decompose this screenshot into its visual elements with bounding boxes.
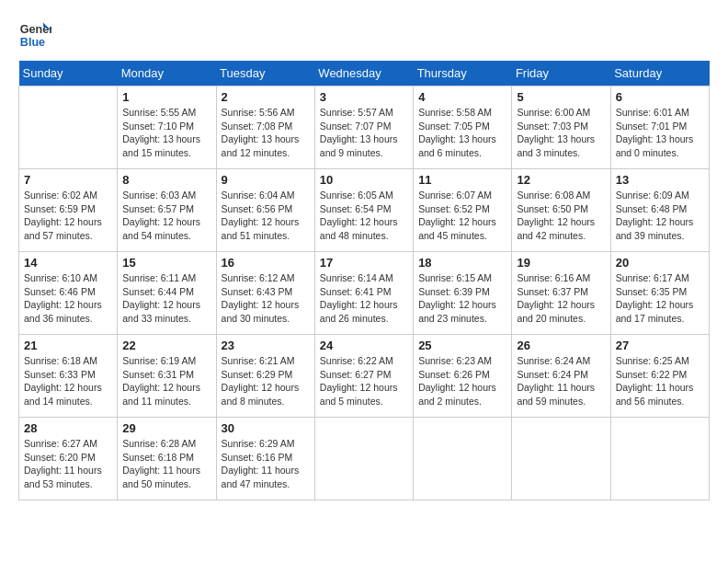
- calendar-cell: 13Sunrise: 6:09 AM Sunset: 6:48 PM Dayli…: [610, 169, 709, 252]
- calendar-cell: 3Sunrise: 5:57 AM Sunset: 7:07 PM Daylig…: [314, 86, 413, 169]
- calendar-table: SundayMondayTuesdayWednesdayThursdayFrid…: [18, 61, 710, 500]
- day-number: 12: [517, 173, 605, 187]
- weekday-header: Tuesday: [216, 61, 314, 86]
- day-info: Sunrise: 6:01 AM Sunset: 7:01 PM Dayligh…: [616, 106, 704, 160]
- weekday-header: Monday: [118, 61, 216, 86]
- day-number: 25: [418, 339, 506, 352]
- day-info: Sunrise: 6:12 AM Sunset: 6:43 PM Dayligh…: [222, 271, 310, 326]
- day-info: Sunrise: 6:11 AM Sunset: 6:44 PM Dayligh…: [122, 271, 210, 326]
- day-info: Sunrise: 5:57 AM Sunset: 7:07 PM Dayligh…: [320, 106, 408, 160]
- day-info: Sunrise: 6:03 AM Sunset: 6:57 PM Dayligh…: [122, 189, 210, 243]
- day-info: Sunrise: 6:28 AM Sunset: 6:18 PM Dayligh…: [122, 437, 210, 491]
- calendar-cell: 23Sunrise: 6:21 AM Sunset: 6:29 PM Dayli…: [216, 335, 314, 418]
- calendar-cell: 15Sunrise: 6:11 AM Sunset: 6:44 PM Dayli…: [118, 252, 216, 335]
- calendar-cell: 17Sunrise: 6:14 AM Sunset: 6:41 PM Dayli…: [314, 252, 413, 335]
- day-number: 20: [616, 256, 704, 270]
- day-number: 7: [24, 173, 112, 187]
- calendar-header: SundayMondayTuesdayWednesdayThursdayFrid…: [19, 61, 710, 86]
- calendar-cell: [610, 418, 709, 500]
- day-number: 29: [122, 421, 210, 435]
- calendar-cell: [314, 418, 413, 500]
- calendar-cell: 6Sunrise: 6:01 AM Sunset: 7:01 PM Daylig…: [610, 86, 709, 169]
- day-info: Sunrise: 5:55 AM Sunset: 7:10 PM Dayligh…: [122, 106, 210, 160]
- day-info: Sunrise: 6:16 AM Sunset: 6:37 PM Dayligh…: [517, 271, 605, 326]
- day-info: Sunrise: 6:02 AM Sunset: 6:59 PM Dayligh…: [24, 189, 112, 243]
- calendar-cell: 16Sunrise: 6:12 AM Sunset: 6:43 PM Dayli…: [216, 252, 314, 335]
- day-number: 13: [616, 173, 704, 187]
- day-number: 3: [320, 90, 408, 104]
- day-number: 27: [616, 339, 704, 352]
- day-info: Sunrise: 5:56 AM Sunset: 7:08 PM Dayligh…: [222, 106, 310, 160]
- day-info: Sunrise: 6:09 AM Sunset: 6:48 PM Dayligh…: [616, 189, 704, 243]
- calendar-row: 14Sunrise: 6:10 AM Sunset: 6:46 PM Dayli…: [19, 252, 710, 335]
- day-info: Sunrise: 6:07 AM Sunset: 6:52 PM Dayligh…: [418, 189, 506, 243]
- calendar-row: 28Sunrise: 6:27 AM Sunset: 6:20 PM Dayli…: [19, 418, 710, 500]
- calendar-cell: 29Sunrise: 6:28 AM Sunset: 6:18 PM Dayli…: [118, 418, 216, 500]
- day-number: 9: [222, 173, 310, 187]
- day-number: 14: [24, 256, 112, 270]
- calendar-cell: 18Sunrise: 6:15 AM Sunset: 6:39 PM Dayli…: [414, 252, 512, 335]
- svg-text:General: General: [20, 23, 51, 36]
- day-info: Sunrise: 6:23 AM Sunset: 6:26 PM Dayligh…: [418, 354, 506, 408]
- day-number: 21: [24, 339, 112, 352]
- day-info: Sunrise: 6:25 AM Sunset: 6:22 PM Dayligh…: [616, 354, 704, 408]
- day-number: 6: [616, 90, 704, 104]
- day-number: 26: [517, 339, 605, 352]
- calendar-cell: 11Sunrise: 6:07 AM Sunset: 6:52 PM Dayli…: [414, 169, 512, 252]
- page-header: General Blue: [18, 18, 710, 52]
- calendar-cell: [414, 418, 512, 500]
- day-number: 19: [517, 256, 605, 270]
- day-info: Sunrise: 6:22 AM Sunset: 6:27 PM Dayligh…: [320, 354, 408, 408]
- day-info: Sunrise: 6:21 AM Sunset: 6:29 PM Dayligh…: [222, 354, 310, 408]
- day-info: Sunrise: 6:18 AM Sunset: 6:33 PM Dayligh…: [24, 354, 112, 408]
- day-number: 18: [418, 256, 506, 270]
- calendar-cell: [19, 86, 118, 169]
- day-info: Sunrise: 6:24 AM Sunset: 6:24 PM Dayligh…: [517, 354, 605, 408]
- calendar-cell: 30Sunrise: 6:29 AM Sunset: 6:16 PM Dayli…: [216, 418, 314, 500]
- day-info: Sunrise: 6:15 AM Sunset: 6:39 PM Dayligh…: [418, 271, 506, 326]
- day-info: Sunrise: 6:05 AM Sunset: 6:54 PM Dayligh…: [320, 189, 408, 243]
- weekday-header: Wednesday: [314, 61, 413, 86]
- day-info: Sunrise: 6:08 AM Sunset: 6:50 PM Dayligh…: [517, 189, 605, 243]
- calendar-cell: 1Sunrise: 5:55 AM Sunset: 7:10 PM Daylig…: [118, 86, 216, 169]
- day-number: 10: [320, 173, 408, 187]
- day-info: Sunrise: 6:27 AM Sunset: 6:20 PM Dayligh…: [24, 437, 112, 491]
- day-number: 23: [222, 339, 310, 352]
- calendar-cell: 24Sunrise: 6:22 AM Sunset: 6:27 PM Dayli…: [314, 335, 413, 418]
- logo: General Blue: [18, 18, 55, 52]
- day-number: 1: [122, 90, 210, 104]
- day-info: Sunrise: 6:17 AM Sunset: 6:35 PM Dayligh…: [616, 271, 704, 326]
- day-number: 17: [320, 256, 408, 270]
- calendar-cell: 14Sunrise: 6:10 AM Sunset: 6:46 PM Dayli…: [19, 252, 118, 335]
- weekday-header: Saturday: [610, 61, 709, 86]
- day-number: 24: [320, 339, 408, 352]
- calendar-row: 21Sunrise: 6:18 AM Sunset: 6:33 PM Dayli…: [19, 335, 710, 418]
- weekday-header: Thursday: [414, 61, 512, 86]
- weekday-header: Friday: [512, 61, 610, 86]
- day-info: Sunrise: 5:58 AM Sunset: 7:05 PM Dayligh…: [418, 106, 506, 160]
- day-number: 16: [222, 256, 310, 270]
- calendar-cell: [512, 418, 610, 500]
- day-info: Sunrise: 6:14 AM Sunset: 6:41 PM Dayligh…: [320, 271, 408, 326]
- calendar-cell: 8Sunrise: 6:03 AM Sunset: 6:57 PM Daylig…: [118, 169, 216, 252]
- calendar-row: 1Sunrise: 5:55 AM Sunset: 7:10 PM Daylig…: [19, 86, 710, 169]
- day-number: 5: [517, 90, 605, 104]
- day-info: Sunrise: 6:19 AM Sunset: 6:31 PM Dayligh…: [122, 354, 210, 408]
- calendar-cell: 20Sunrise: 6:17 AM Sunset: 6:35 PM Dayli…: [610, 252, 709, 335]
- calendar-cell: 28Sunrise: 6:27 AM Sunset: 6:20 PM Dayli…: [19, 418, 118, 500]
- day-number: 22: [122, 339, 210, 352]
- calendar-cell: 7Sunrise: 6:02 AM Sunset: 6:59 PM Daylig…: [19, 169, 118, 252]
- calendar-cell: 25Sunrise: 6:23 AM Sunset: 6:26 PM Dayli…: [414, 335, 512, 418]
- calendar-cell: 22Sunrise: 6:19 AM Sunset: 6:31 PM Dayli…: [118, 335, 216, 418]
- day-number: 28: [24, 421, 112, 435]
- day-number: 11: [418, 173, 506, 187]
- day-number: 4: [418, 90, 506, 104]
- calendar-cell: 19Sunrise: 6:16 AM Sunset: 6:37 PM Dayli…: [512, 252, 610, 335]
- calendar-cell: 12Sunrise: 6:08 AM Sunset: 6:50 PM Dayli…: [512, 169, 610, 252]
- calendar-cell: 2Sunrise: 5:56 AM Sunset: 7:08 PM Daylig…: [216, 86, 314, 169]
- calendar-cell: 21Sunrise: 6:18 AM Sunset: 6:33 PM Dayli…: [19, 335, 118, 418]
- calendar-cell: 4Sunrise: 5:58 AM Sunset: 7:05 PM Daylig…: [414, 86, 512, 169]
- calendar-cell: 27Sunrise: 6:25 AM Sunset: 6:22 PM Dayli…: [610, 335, 709, 418]
- day-number: 2: [222, 90, 310, 104]
- day-info: Sunrise: 6:10 AM Sunset: 6:46 PM Dayligh…: [24, 271, 112, 326]
